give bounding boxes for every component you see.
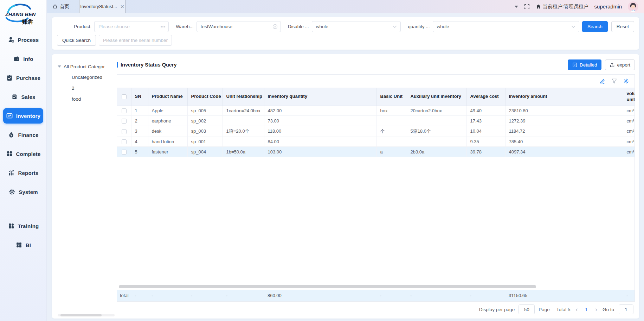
sidebar-item-process[interactable]: Process (3, 32, 43, 48)
page-size-input[interactable] (519, 304, 535, 314)
table-cell: 个 (376, 126, 407, 137)
document-icon (572, 62, 578, 68)
table-horizontal-scrollbar[interactable] (118, 285, 633, 288)
quick-search-input[interactable] (99, 35, 172, 46)
disable-select[interactable]: whole (312, 21, 401, 32)
grid-icon (15, 241, 22, 248)
fullscreen-icon[interactable] (524, 4, 530, 10)
column-header[interactable]: Inventory amount (505, 88, 623, 106)
wallet-icon (13, 55, 20, 62)
total-value-cell: - (376, 290, 407, 301)
column-header[interactable]: volume unit (623, 88, 635, 106)
sidebar-item-purchase[interactable]: Purchase (3, 70, 43, 86)
quick-search-button[interactable]: Quick Search (57, 35, 96, 46)
sidebar-item-training[interactable]: Training (3, 218, 43, 234)
settings-icon[interactable] (623, 78, 629, 84)
home-tab[interactable]: 首页 (47, 4, 74, 10)
edit-icon[interactable] (599, 78, 605, 84)
table-cell: box (376, 106, 407, 116)
row-checkbox-cell (117, 147, 131, 157)
tab-close-icon[interactable]: ✕ (120, 4, 124, 9)
row-checkbox[interactable] (122, 108, 127, 113)
tree-item-uncategorized[interactable]: Uncategorized (58, 72, 115, 83)
row-checkbox[interactable] (122, 129, 127, 134)
main-column: 首页 InventoryStatusI... ✕ 当前租户:管理员租户 supe… (47, 0, 644, 321)
prev-page-icon[interactable]: ‹ (575, 306, 578, 313)
table-toolbar (117, 75, 635, 88)
table-cell: 9.35 (466, 137, 505, 147)
warehouse-input[interactable] (197, 21, 281, 32)
table-row[interactable]: 1Applesp_0051carton=24.0box482.00box20ca… (117, 106, 635, 116)
detailed-button[interactable]: Detailed (568, 59, 602, 70)
sidebar-item-system[interactable]: System (3, 184, 43, 200)
total-row: total----860.00---31150.65- (117, 290, 635, 301)
filter-actions: Search Reset (582, 21, 634, 32)
row-checkbox[interactable] (122, 139, 127, 144)
column-header[interactable]: Product Name (148, 88, 187, 106)
next-page-icon[interactable]: › (594, 306, 598, 313)
total-value-cell: - (407, 290, 466, 301)
current-page[interactable]: 1 (583, 307, 590, 312)
quantity-select[interactable]: whole (433, 21, 579, 32)
sidebar-item-info[interactable]: Info (3, 51, 43, 67)
disable-select-value: whole (316, 24, 328, 29)
select-all-checkbox[interactable] (122, 94, 127, 99)
column-header[interactable]: Auxiliary unit inventory (407, 88, 466, 106)
table-row[interactable]: 4hand lotionsp_00184.009.35785.40cm³ (117, 137, 635, 147)
tab-inventory-status[interactable]: InventoryStatusI... ✕ (79, 0, 125, 13)
section-title: Inventory Status Query (117, 62, 177, 68)
column-header[interactable]: Basic Unit (376, 88, 407, 106)
table-cell: cm³ (623, 126, 635, 137)
row-checkbox[interactable] (122, 150, 127, 155)
total-count-label: Total 5 (556, 307, 571, 312)
table-row[interactable]: 2earphonesp_00273.0017.431272.39cm³ (117, 116, 635, 126)
search-button[interactable]: Search (582, 21, 608, 32)
table-cell: 103.00 (264, 147, 376, 157)
table-cell: sp_003 (187, 126, 223, 137)
sidebar-menu: Process Info Purchase Sales Inventory Fi… (0, 26, 46, 254)
tree-expand-icon[interactable] (58, 65, 61, 68)
table-row[interactable]: 5fastenersp_0041b=50.0a103.00a2b3.0a39.7… (117, 147, 635, 157)
column-header[interactable]: Inventory quantity (264, 88, 376, 106)
table-cell: 20carton2.0box (407, 106, 466, 116)
table-row[interactable]: 3desksp_0031箱=20.0个118.00个5箱18.0个10.0411… (117, 126, 635, 137)
clear-icon[interactable] (272, 24, 278, 29)
more-options-icon[interactable]: ••• (161, 25, 166, 29)
topbar-right: 当前租户:管理员租户 superadmin (515, 1, 644, 12)
goto-page-input[interactable] (619, 304, 633, 314)
sidebar-item-bi[interactable]: BI (3, 237, 43, 253)
table-cell: 4097.34 (505, 147, 623, 157)
column-header[interactable]: Unit relationship (223, 88, 264, 106)
tab-label: InventoryStatusI... (80, 4, 117, 9)
tenant-label: 当前租户:管理员租户 (543, 4, 588, 10)
table-cell: 5 (131, 147, 148, 157)
chevron-down-icon[interactable] (515, 6, 518, 8)
tree-root-all-categories[interactable]: All Product Categor (58, 61, 115, 72)
table-cell: 482.00 (264, 106, 376, 116)
table-cell: 2b3.0a (407, 147, 466, 157)
reset-button[interactable]: Reset (611, 21, 634, 32)
sidebar-item-label: BI (26, 242, 31, 248)
sidebar-item-complete[interactable]: Complete (3, 146, 43, 162)
username[interactable]: superadmin (594, 4, 622, 10)
export-button[interactable]: export (605, 59, 635, 70)
tree-item-food[interactable]: food (58, 94, 115, 105)
table-cell: hand lotion (148, 137, 187, 147)
product-input[interactable] (94, 21, 169, 32)
column-header[interactable]: SN (131, 88, 148, 106)
avatar[interactable] (628, 1, 638, 12)
table-cell: cm³ (623, 147, 635, 157)
tree-horizontal-scrollbar[interactable] (58, 314, 115, 316)
row-checkbox[interactable] (122, 119, 127, 124)
tenant-indicator[interactable]: 当前租户:管理员租户 (536, 4, 588, 10)
sidebar-item-inventory[interactable]: Inventory (3, 108, 43, 124)
sidebar-item-sales[interactable]: Sales (3, 89, 43, 105)
column-header[interactable]: Average cost (466, 88, 505, 106)
sidebar-item-reports[interactable]: Reports (3, 165, 43, 181)
tree-item-2[interactable]: 2 (58, 83, 115, 94)
filter-icon[interactable] (611, 78, 617, 84)
sidebar-item-finance[interactable]: Finance (3, 127, 43, 143)
home-outline-icon (52, 4, 58, 9)
column-header[interactable]: Product Code (187, 88, 223, 106)
table-cell: 2 (131, 116, 148, 126)
